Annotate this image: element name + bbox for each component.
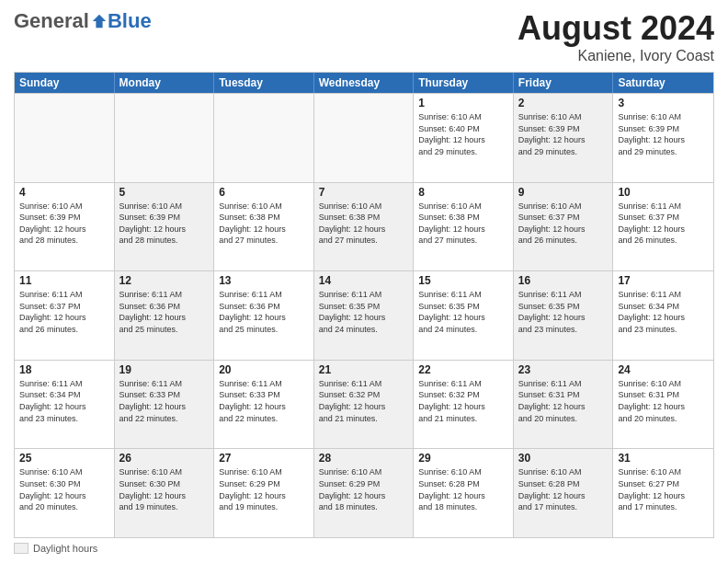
cal-cell-day-22: 22Sunrise: 6:11 AM Sunset: 6:32 PM Dayli… [414, 361, 514, 449]
cal-cell-day-21: 21Sunrise: 6:11 AM Sunset: 6:32 PM Dayli… [314, 361, 415, 449]
cal-cell-day-6: 6Sunrise: 6:10 AM Sunset: 6:38 PM Daylig… [214, 183, 314, 271]
cal-week-4: 18Sunrise: 6:11 AM Sunset: 6:34 PM Dayli… [15, 360, 713, 449]
day-number: 31 [618, 452, 709, 465]
day-info: Sunrise: 6:11 AM Sunset: 6:36 PM Dayligh… [119, 289, 210, 335]
cal-cell-day-5: 5Sunrise: 6:10 AM Sunset: 6:39 PM Daylig… [115, 183, 215, 271]
cal-cell-day-29: 29Sunrise: 6:10 AM Sunset: 6:28 PM Dayli… [414, 449, 514, 537]
day-info: Sunrise: 6:10 AM Sunset: 6:30 PM Dayligh… [119, 466, 210, 512]
cal-week-2: 4Sunrise: 6:10 AM Sunset: 6:39 PM Daylig… [15, 182, 713, 271]
day-number: 21 [319, 363, 409, 376]
cal-cell-day-27: 27Sunrise: 6:10 AM Sunset: 6:29 PM Dayli… [214, 449, 314, 537]
day-info: Sunrise: 6:11 AM Sunset: 6:31 PM Dayligh… [518, 378, 609, 424]
day-number: 9 [518, 186, 609, 199]
day-info: Sunrise: 6:11 AM Sunset: 6:32 PM Dayligh… [319, 378, 409, 424]
day-info: Sunrise: 6:10 AM Sunset: 6:39 PM Dayligh… [19, 201, 109, 247]
title-block: August 2024 Kaniene, Ivory Coast [518, 9, 714, 64]
day-info: Sunrise: 6:10 AM Sunset: 6:38 PM Dayligh… [418, 201, 508, 247]
day-info: Sunrise: 6:10 AM Sunset: 6:38 PM Dayligh… [319, 201, 409, 247]
cal-cell-day-18: 18Sunrise: 6:11 AM Sunset: 6:34 PM Dayli… [15, 361, 115, 449]
calendar: SundayMondayTuesdayWednesdayThursdayFrid… [14, 72, 714, 538]
cal-cell-day-15: 15Sunrise: 6:11 AM Sunset: 6:35 PM Dayli… [414, 271, 514, 360]
cal-header-tuesday: Tuesday [214, 73, 314, 93]
day-info: Sunrise: 6:11 AM Sunset: 6:33 PM Dayligh… [219, 378, 309, 424]
day-info: Sunrise: 6:11 AM Sunset: 6:36 PM Dayligh… [219, 289, 309, 335]
cal-header-friday: Friday [514, 73, 614, 93]
day-number: 19 [119, 363, 210, 376]
day-number: 3 [618, 97, 709, 109]
cal-cell-day-20: 20Sunrise: 6:11 AM Sunset: 6:33 PM Dayli… [214, 361, 314, 449]
cal-cell-day-16: 16Sunrise: 6:11 AM Sunset: 6:35 PM Dayli… [514, 271, 614, 360]
cal-header-monday: Monday [115, 73, 215, 93]
day-number: 8 [418, 186, 508, 199]
day-number: 25 [19, 452, 109, 465]
cal-cell-day-25: 25Sunrise: 6:10 AM Sunset: 6:30 PM Dayli… [15, 449, 115, 537]
day-info: Sunrise: 6:11 AM Sunset: 6:32 PM Dayligh… [418, 378, 508, 424]
location: Kaniene, Ivory Coast [518, 48, 714, 64]
day-number: 13 [219, 274, 309, 287]
cal-cell-empty [115, 94, 215, 182]
day-number: 22 [418, 363, 508, 376]
day-number: 28 [319, 452, 409, 465]
day-number: 1 [418, 97, 508, 109]
day-info: Sunrise: 6:11 AM Sunset: 6:33 PM Dayligh… [119, 378, 210, 424]
cal-cell-day-1: 1Sunrise: 6:10 AM Sunset: 6:40 PM Daylig… [414, 94, 514, 182]
day-info: Sunrise: 6:11 AM Sunset: 6:35 PM Dayligh… [319, 289, 409, 335]
footer: Daylight hours [14, 543, 714, 554]
day-number: 23 [518, 363, 609, 376]
cal-cell-day-8: 8Sunrise: 6:10 AM Sunset: 6:38 PM Daylig… [414, 183, 514, 271]
day-info: Sunrise: 6:11 AM Sunset: 6:35 PM Dayligh… [418, 289, 508, 335]
day-number: 15 [418, 274, 508, 287]
day-info: Sunrise: 6:11 AM Sunset: 6:34 PM Dayligh… [618, 289, 709, 335]
day-info: Sunrise: 6:10 AM Sunset: 6:28 PM Dayligh… [418, 466, 508, 512]
cal-week-3: 11Sunrise: 6:11 AM Sunset: 6:37 PM Dayli… [15, 270, 713, 360]
cal-cell-day-30: 30Sunrise: 6:10 AM Sunset: 6:28 PM Dayli… [514, 449, 614, 537]
day-number: 27 [219, 452, 309, 465]
day-info: Sunrise: 6:11 AM Sunset: 6:37 PM Dayligh… [618, 201, 709, 247]
day-info: Sunrise: 6:10 AM Sunset: 6:29 PM Dayligh… [219, 466, 309, 512]
cal-cell-day-17: 17Sunrise: 6:11 AM Sunset: 6:34 PM Dayli… [613, 271, 713, 360]
logo-text: General Blue [14, 9, 152, 33]
cal-cell-empty [214, 94, 314, 182]
day-info: Sunrise: 6:10 AM Sunset: 6:27 PM Dayligh… [618, 466, 709, 512]
cal-cell-day-24: 24Sunrise: 6:10 AM Sunset: 6:31 PM Dayli… [613, 361, 713, 449]
footer-swatch [14, 543, 28, 554]
calendar-header-row: SundayMondayTuesdayWednesdayThursdayFrid… [15, 73, 713, 93]
day-number: 7 [319, 186, 409, 199]
cal-cell-day-11: 11Sunrise: 6:11 AM Sunset: 6:37 PM Dayli… [15, 271, 115, 360]
day-number: 17 [618, 274, 709, 287]
cal-cell-day-31: 31Sunrise: 6:10 AM Sunset: 6:27 PM Dayli… [613, 449, 713, 537]
day-number: 11 [19, 274, 109, 287]
day-info: Sunrise: 6:10 AM Sunset: 6:28 PM Dayligh… [518, 466, 609, 512]
cal-cell-day-2: 2Sunrise: 6:10 AM Sunset: 6:39 PM Daylig… [514, 94, 614, 182]
cal-cell-day-4: 4Sunrise: 6:10 AM Sunset: 6:39 PM Daylig… [15, 183, 115, 271]
cal-week-5: 25Sunrise: 6:10 AM Sunset: 6:30 PM Dayli… [15, 448, 713, 537]
day-number: 6 [219, 186, 309, 199]
month-year: August 2024 [518, 9, 714, 48]
day-info: Sunrise: 6:10 AM Sunset: 6:39 PM Dayligh… [119, 201, 210, 247]
logo: General Blue [14, 9, 152, 33]
day-info: Sunrise: 6:10 AM Sunset: 6:31 PM Dayligh… [618, 378, 709, 424]
day-number: 30 [518, 452, 609, 465]
day-number: 4 [19, 186, 109, 199]
cal-cell-day-28: 28Sunrise: 6:10 AM Sunset: 6:29 PM Dayli… [314, 449, 415, 537]
day-info: Sunrise: 6:11 AM Sunset: 6:37 PM Dayligh… [19, 289, 109, 335]
day-number: 20 [219, 363, 309, 376]
cal-cell-day-23: 23Sunrise: 6:11 AM Sunset: 6:31 PM Dayli… [514, 361, 614, 449]
cal-cell-day-3: 3Sunrise: 6:10 AM Sunset: 6:39 PM Daylig… [613, 94, 713, 182]
footer-label: Daylight hours [33, 543, 97, 554]
cal-cell-day-13: 13Sunrise: 6:11 AM Sunset: 6:36 PM Dayli… [214, 271, 314, 360]
cal-header-wednesday: Wednesday [314, 73, 415, 93]
day-info: Sunrise: 6:10 AM Sunset: 6:40 PM Dayligh… [418, 111, 508, 157]
calendar-body: 1Sunrise: 6:10 AM Sunset: 6:40 PM Daylig… [15, 93, 713, 537]
day-number: 16 [518, 274, 609, 287]
day-number: 18 [19, 363, 109, 376]
day-info: Sunrise: 6:10 AM Sunset: 6:30 PM Dayligh… [19, 466, 109, 512]
day-info: Sunrise: 6:10 AM Sunset: 6:37 PM Dayligh… [518, 201, 609, 247]
day-info: Sunrise: 6:10 AM Sunset: 6:39 PM Dayligh… [618, 111, 709, 157]
svg-marker-0 [93, 15, 106, 28]
day-info: Sunrise: 6:10 AM Sunset: 6:38 PM Dayligh… [219, 201, 309, 247]
header: General Blue August 2024 Kaniene, Ivory … [14, 9, 714, 64]
cal-header-saturday: Saturday [613, 73, 713, 93]
day-info: Sunrise: 6:11 AM Sunset: 6:34 PM Dayligh… [19, 378, 109, 424]
day-number: 5 [119, 186, 210, 199]
